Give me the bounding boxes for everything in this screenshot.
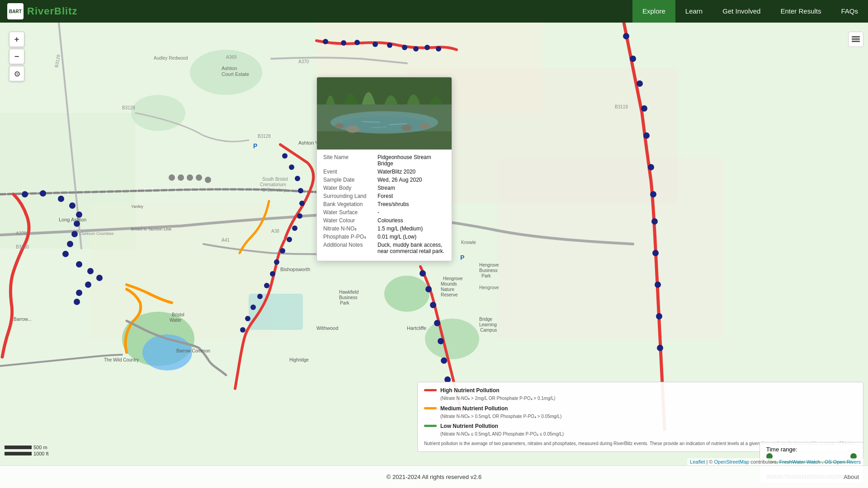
svg-point-30: [354, 40, 360, 45]
popup-site-name-label: Site Name: [323, 154, 377, 167]
svg-point-52: [298, 188, 303, 193]
popup-surrounding-land-value: Forest: [377, 193, 393, 199]
popup-sample-date-row: Sample Date Wed, 26 Aug 2020: [323, 177, 445, 183]
svg-point-64: [240, 327, 245, 333]
svg-point-39: [637, 80, 643, 87]
svg-text:South Bristol: South Bristol: [262, 177, 288, 182]
svg-point-45: [652, 250, 659, 256]
popup-sample-date-value: Wed, 26 Aug 2020: [377, 177, 422, 183]
popup-nitrate-value: 1.5 mg/L (Medium): [377, 225, 423, 232]
svg-text:Barrow Common: Barrow Common: [176, 348, 210, 353]
popup-water-colour-label: Water Colour: [323, 217, 377, 224]
nav-get-involved[interactable]: Get Involved: [712, 0, 770, 23]
svg-point-55: [292, 225, 297, 231]
osm-link[interactable]: OpenStreetMap: [714, 459, 750, 465]
svg-point-53: [299, 201, 305, 206]
svg-point-11: [425, 319, 479, 359]
popup-event-label: Event: [323, 169, 377, 175]
legend-medium-color: [424, 407, 437, 409]
nav-enter-results[interactable]: Enter Results: [770, 0, 831, 23]
svg-point-51: [295, 176, 300, 181]
svg-point-16: [69, 202, 75, 209]
popup-notes-label: Additional Notes: [323, 242, 377, 248]
nav-explore[interactable]: Explore: [632, 0, 675, 23]
popup-water-surface-label: Water Surface: [323, 209, 377, 216]
svg-point-60: [264, 283, 269, 288]
svg-text:Hengrove: Hengrove: [443, 276, 463, 281]
svg-text:Knowle: Knowle: [461, 240, 476, 245]
freshwater-link[interactable]: FreshWater Watch: [779, 459, 821, 465]
svg-text:Mounds: Mounds: [441, 282, 457, 286]
svg-point-58: [274, 259, 279, 265]
svg-point-135: [420, 123, 429, 129]
site-popup: ×: [316, 77, 452, 261]
svg-text:Highridge: Highridge: [289, 357, 309, 362]
scale-label-ft: 1000 ft: [33, 451, 49, 456]
svg-point-54: [297, 213, 302, 219]
svg-text:Hartcliffe: Hartcliffe: [407, 325, 426, 331]
svg-point-67: [430, 302, 436, 308]
svg-text:A370: A370: [16, 231, 27, 236]
svg-point-36: [436, 46, 441, 52]
svg-point-33: [402, 45, 407, 50]
os-open-rivers-link[interactable]: OS Open Rivers: [825, 459, 861, 465]
svg-text:Bristol to Taunton Line: Bristol to Taunton Line: [131, 227, 171, 231]
legend-medium: Medium Nutrient Pollution (Nitrate N-NO₃…: [424, 405, 857, 420]
popup-close-button[interactable]: ×: [444, 80, 448, 88]
popup-surrounding-land-row: Surrounding Land Forest: [323, 193, 445, 199]
svg-text:Water: Water: [170, 318, 182, 323]
locate-button[interactable]: ⊙: [9, 66, 24, 81]
svg-point-29: [341, 40, 346, 46]
svg-text:B3130: B3130: [16, 244, 29, 249]
svg-point-47: [656, 313, 662, 319]
popup-bank-veg-label: Bank Vegetation: [323, 201, 377, 207]
popup-notes-row: Additional Notes Duck, muddy bank access…: [323, 242, 445, 254]
svg-point-59: [270, 271, 275, 277]
nav-learn[interactable]: Learn: [675, 0, 712, 23]
map-container[interactable]: Ashton Court Estate Audley Redwood Ashto…: [0, 23, 868, 488]
popup-phosphate-label: Phosphate P-PO₄: [323, 234, 377, 240]
layer-toggle-button[interactable]: [848, 32, 863, 47]
leaflet-link[interactable]: Leaflet: [690, 459, 705, 465]
legend-high: High Nutrient Pollution (Nitrate N-NO₃ >…: [424, 387, 857, 402]
scale-ruler-m: [5, 446, 32, 449]
nav-faqs[interactable]: FAQs: [831, 0, 868, 23]
svg-text:Bishopsworth: Bishopsworth: [280, 267, 310, 272]
popup-bank-veg-row: Bank Vegetation Trees/shrubs: [323, 201, 445, 207]
legend-high-color: [424, 389, 437, 391]
svg-point-63: [245, 316, 250, 321]
svg-point-34: [413, 46, 419, 52]
svg-text:Long Ashton: Long Ashton: [59, 217, 86, 222]
svg-point-72: [169, 174, 175, 181]
svg-rect-126: [852, 41, 860, 42]
popup-site-name-row: Site Name Pidgeonhouse Stream Bridge: [323, 154, 445, 167]
svg-point-23: [87, 268, 94, 274]
svg-point-57: [280, 248, 285, 253]
svg-text:Hengrove: Hengrove: [479, 263, 499, 267]
popup-surrounding-land-label: Surrounding Land: [323, 193, 377, 199]
popup-notes-value: Duck, muddy bank access, near commercial…: [377, 242, 445, 254]
zoom-in-button[interactable]: +: [9, 32, 24, 47]
svg-point-22: [76, 261, 82, 267]
svg-text:Park: Park: [481, 273, 491, 278]
navbar: BART RiverBlitz Explore Learn Get Involv…: [0, 0, 868, 23]
svg-point-136: [335, 123, 344, 129]
footer-copyright: © 2021-2024 All rights reserved v2.6: [292, 474, 576, 480]
layers-icon: [851, 34, 861, 44]
svg-point-66: [425, 286, 432, 292]
logo-area: BART RiverBlitz: [0, 3, 99, 19]
bart-logo: BART: [7, 3, 24, 19]
svg-point-62: [250, 305, 256, 310]
popup-water-body-value: Stream: [377, 185, 395, 191]
svg-text:A370: A370: [298, 59, 309, 64]
svg-rect-128: [852, 36, 860, 38]
svg-point-35: [425, 45, 430, 50]
legend-high-text: High Nutrient Pollution (Nitrate N-NO₃ >…: [440, 387, 555, 402]
popup-bank-veg-value: Trees/shrubs: [377, 201, 409, 207]
legend-low-color: [424, 425, 437, 427]
svg-text:& Cemetery: & Cemetery: [262, 188, 286, 192]
about-link[interactable]: About: [844, 474, 859, 480]
popup-image: [317, 77, 452, 150]
svg-point-69: [438, 338, 444, 344]
zoom-out-button[interactable]: −: [9, 49, 24, 64]
